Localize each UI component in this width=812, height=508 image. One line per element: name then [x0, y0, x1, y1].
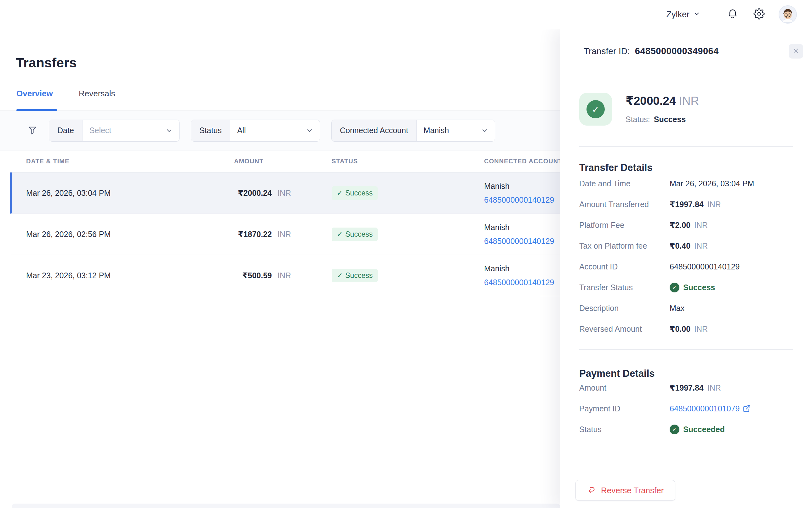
detail-label: Payment ID [579, 404, 670, 413]
connected-account-filter-value: Manish [417, 120, 456, 141]
table-header-row: DATE & TIME AMOUNT STATUS CONNECTED ACCO… [10, 151, 560, 172]
cell-connected-account: Manish6485000000140129 [483, 220, 560, 248]
reverse-arrow-icon [587, 485, 596, 496]
account-name: Manish [484, 220, 560, 234]
table-row[interactable]: Mar 23, 2026, 03:12 PM₹500.59INR✓Success… [10, 255, 560, 296]
currency-code: INR [707, 200, 721, 209]
user-avatar[interactable] [779, 5, 797, 24]
detail-value: ₹0.40INR [670, 242, 708, 251]
tab-reversals[interactable]: Reversals [79, 89, 115, 98]
transfer-details-panel: Transfer ID: 6485000000349064 ✓ ₹2000.24… [560, 29, 812, 508]
detail-row: Tax on Platform fee₹0.40INR [579, 236, 800, 256]
text-value: Mar 26, 2026, 03:04 PM [670, 179, 754, 188]
transfer-details-list: Date and TimeMar 26, 2026, 03:04 PMAmoun… [579, 173, 800, 339]
account-id-link[interactable]: 6485000000140129 [484, 276, 560, 289]
connected-account-filter[interactable]: Connected Account Manish [331, 120, 495, 142]
detail-value: ₹1997.84INR [670, 383, 721, 392]
detail-label: Date and Time [579, 179, 670, 188]
detail-value: 6485000000101079 [670, 404, 751, 413]
notifications-button[interactable] [726, 7, 740, 22]
account-id-link[interactable]: 6485000000140129 [484, 193, 560, 207]
close-panel-button[interactable] [789, 44, 803, 58]
table-row[interactable]: Mar 26, 2026, 03:04 PM₹2000.24INR✓Succes… [10, 172, 560, 214]
detail-label: Status [579, 425, 670, 434]
success-check-icon: ✓ [670, 425, 680, 434]
detail-label: Amount [579, 383, 670, 392]
status-badge: ✓Success [332, 269, 378, 282]
summary-status: Status:Success [625, 115, 686, 124]
currency-code: INR [707, 383, 721, 392]
detail-row: Transfer Status✓Success [579, 277, 800, 298]
detail-row: Reversed Amount₹0.00INR [579, 319, 800, 339]
currency-value: ₹1997.84 [670, 200, 704, 209]
check-icon: ✓ [337, 271, 343, 280]
page-title: Transfers [16, 55, 77, 71]
success-check-icon: ✓ [670, 283, 680, 292]
external-link-icon [743, 405, 751, 413]
cell-amount: ₹500.59INR [212, 271, 316, 280]
amount-value: ₹500.59 [212, 271, 272, 280]
cell-status: ✓Success [316, 269, 483, 282]
filter-button[interactable] [27, 125, 38, 136]
status-filter[interactable]: Status All [191, 120, 320, 142]
status-filter-label: Status [191, 120, 230, 141]
tab-overview[interactable]: Overview [16, 89, 53, 98]
topbar-divider [713, 7, 713, 22]
currency-value: ₹0.40 [670, 242, 690, 251]
detail-row: Platform Fee₹2.00INR [579, 215, 800, 236]
org-switcher[interactable]: Zylker [666, 10, 700, 19]
connected-account-filter-label: Connected Account [332, 120, 417, 141]
chevron-down-icon [693, 10, 700, 19]
currency-value: ₹0.00 [670, 325, 690, 334]
success-check-icon: ✓ [586, 100, 605, 118]
currency-value: ₹1997.84 [670, 383, 704, 392]
column-header-datetime: DATE & TIME [26, 158, 212, 165]
account-name: Manish [484, 261, 560, 276]
status-badge: ✓Success [332, 186, 378, 200]
status-text: Success [345, 230, 373, 239]
detail-value: ₹2.00INR [670, 221, 708, 230]
reverse-transfer-button[interactable]: Reverse Transfer [575, 480, 675, 501]
transfer-details-heading: Transfer Details [579, 162, 653, 173]
settings-button[interactable] [752, 7, 766, 22]
column-header-amount: AMOUNT [212, 158, 316, 165]
check-icon: ✓ [337, 189, 343, 197]
transfers-table: DATE & TIME AMOUNT STATUS CONNECTED ACCO… [10, 151, 560, 296]
transfer-id-label: Transfer ID: [584, 46, 630, 56]
table-row[interactable]: Mar 26, 2026, 02:56 PM₹1870.22INR✓Succes… [10, 214, 560, 255]
detail-label: Tax on Platform fee [579, 242, 670, 251]
currency-code: INR [694, 221, 708, 230]
payment-id-link[interactable]: 6485000000101079 [670, 404, 751, 413]
filter-bar: Date Select Status All Connected Account… [0, 111, 560, 151]
detail-row: Payment ID6485000000101079 [579, 398, 800, 419]
summary-status-value: Success [654, 115, 686, 124]
summary-status-label: Status: [625, 115, 650, 124]
detail-row: Status✓Succeeded [579, 419, 800, 440]
cell-connected-account: Manish6485000000140129 [483, 261, 560, 289]
detail-label: Transfer Status [579, 283, 670, 292]
summary-amount-value: ₹2000.24 [625, 94, 676, 107]
detail-value: Max [670, 304, 685, 313]
panel-divider [579, 146, 793, 147]
account-id-link[interactable]: 6485000000140129 [484, 234, 560, 248]
cell-amount: ₹2000.24INR [212, 188, 316, 198]
detail-row: Amount Transferred₹1997.84INR [579, 194, 800, 215]
footer-strip [12, 504, 560, 508]
org-name: Zylker [666, 10, 690, 19]
main-content: Transfers Overview Reversals Date Select… [0, 30, 560, 508]
table-body: Mar 26, 2026, 03:04 PM₹2000.24INR✓Succes… [10, 172, 560, 296]
link-text: 6485000000101079 [670, 404, 740, 413]
currency-code: INR [694, 242, 708, 251]
detail-label: Description [579, 304, 670, 313]
cell-status: ✓Success [316, 186, 483, 200]
detail-value: ✓Success [670, 283, 715, 292]
avatar-illustration [779, 6, 796, 23]
detail-row: Date and TimeMar 26, 2026, 03:04 PM [579, 173, 800, 194]
date-filter[interactable]: Date Select [49, 120, 180, 142]
cell-datetime: Mar 23, 2026, 03:12 PM [26, 271, 212, 280]
amount-currency: INR [277, 271, 291, 280]
currency-code: INR [694, 325, 708, 334]
chevron-down-icon [306, 120, 320, 141]
transfer-id-value: 6485000000349064 [635, 46, 789, 56]
detail-value: ₹0.00INR [670, 325, 708, 334]
